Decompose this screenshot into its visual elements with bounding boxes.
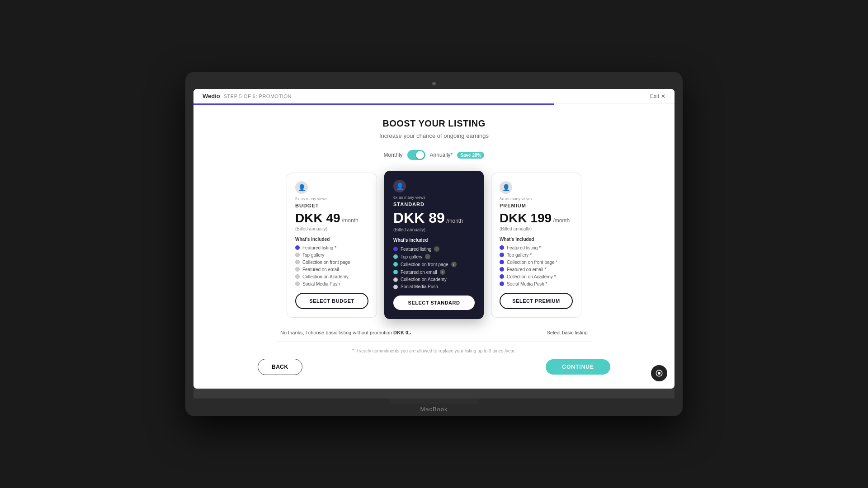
dot-icon <box>500 245 504 250</box>
select-basic-link[interactable]: Select basic listing <box>547 330 588 335</box>
budget-views-label: 5x as many views <box>295 197 368 201</box>
laptop-frame: Wedio STEP 5 OF 6: PROMOTION Exit ✕ BOOS… <box>185 72 683 416</box>
budget-billed: (Billed annually) <box>295 226 368 231</box>
premium-price-unit: /month <box>552 217 570 224</box>
laptop-base <box>193 389 675 399</box>
laptop-stand <box>389 399 479 404</box>
no-thanks-text: No thanks, I choose basic listing withou… <box>280 330 411 335</box>
list-item: Top gallery <box>295 253 368 258</box>
standard-plan-name: STANDARD <box>393 202 475 207</box>
dot-icon <box>295 274 300 279</box>
standard-views-label: 6x as many views <box>393 195 475 200</box>
dot-icon <box>393 247 398 251</box>
dot-icon <box>500 267 504 272</box>
dot-icon <box>295 260 300 264</box>
select-standard-button[interactable]: SELECT STANDARD <box>393 296 475 310</box>
list-item: Collection on front page * <box>500 260 573 265</box>
top-bar-right: Exit ✕ <box>650 93 665 99</box>
dot-icon <box>393 285 398 289</box>
no-thanks-price: DKK 0,- <box>393 330 411 335</box>
plans-container: 👤 5x as many views BUDGET DKK 49 /month … <box>287 171 581 319</box>
list-item: Featured listing i <box>393 246 475 252</box>
list-item: Top gallery * <box>500 253 573 258</box>
svg-point-2 <box>658 372 660 375</box>
save-badge: Save 20% <box>457 152 484 159</box>
footnote: * If yearly commitments you are allowed … <box>352 348 515 353</box>
dot-icon <box>393 270 398 274</box>
dot-icon <box>393 277 398 282</box>
billing-toggle: Monthly Annually* Save 20% <box>384 150 485 160</box>
dot-icon <box>295 282 300 286</box>
info-icon[interactable]: i <box>440 269 445 275</box>
macbook-label: MacBook <box>193 404 675 416</box>
budget-price: DKK 49 /month <box>295 211 368 225</box>
list-item: Collection on front page <box>295 260 368 265</box>
list-item: Top gallery i <box>393 254 475 259</box>
dot-icon <box>500 282 504 286</box>
brand-name: Wedio <box>203 93 220 99</box>
standard-price-unit: /month <box>445 218 463 224</box>
main-content: BOOST YOUR LISTING Increase your chance … <box>193 105 675 389</box>
chat-bubble[interactable] <box>651 365 667 381</box>
footer-buttons: BACK CONTINUE <box>258 359 610 380</box>
camera <box>432 82 436 85</box>
annually-label: Annually* <box>430 152 453 158</box>
budget-plan-name: BUDGET <box>295 203 368 208</box>
step-indicator: STEP 5 OF 6: PROMOTION <box>224 94 292 99</box>
budget-whats-included: What's included <box>295 237 368 242</box>
list-item: Featured on email * <box>500 267 573 272</box>
continue-button[interactable]: CONTINUE <box>546 359 610 375</box>
budget-avatar: 👤 <box>295 181 308 194</box>
dot-icon <box>295 267 300 272</box>
list-item: Social Media Push <box>295 282 368 286</box>
premium-feature-list: Featured listing * Top gallery * Collect… <box>500 245 573 286</box>
billing-toggle-switch[interactable] <box>407 150 425 160</box>
list-item: Collection on Academy <box>295 274 368 279</box>
laptop-screen: Wedio STEP 5 OF 6: PROMOTION Exit ✕ BOOS… <box>193 89 675 389</box>
list-item: Collection on Academy * <box>500 274 573 279</box>
toggle-knob <box>416 151 424 159</box>
dot-icon <box>393 254 398 259</box>
dot-icon <box>500 260 504 264</box>
list-item: Social Media Push <box>393 284 475 289</box>
list-item: Featured on email i <box>393 269 475 275</box>
info-icon[interactable]: i <box>434 246 439 252</box>
monthly-label: Monthly <box>384 152 403 158</box>
premium-plan-name: PREMIUM <box>500 203 573 208</box>
list-item: Collection on front page i <box>393 262 475 267</box>
top-bar: Wedio STEP 5 OF 6: PROMOTION Exit ✕ <box>193 89 675 103</box>
select-premium-button[interactable]: SELECT PREMIUM <box>500 293 573 309</box>
dot-icon <box>500 274 504 279</box>
chat-icon <box>655 369 663 377</box>
browser-window: Wedio STEP 5 OF 6: PROMOTION Exit ✕ BOOS… <box>193 89 675 389</box>
standard-feature-list: Featured listing i Top gallery i Collect… <box>393 246 475 289</box>
standard-price: DKK 89 /month <box>393 210 475 226</box>
info-icon[interactable]: i <box>451 262 457 267</box>
dot-icon <box>295 253 300 257</box>
premium-billed: (Billed annually) <box>500 226 573 231</box>
top-bar-left: Wedio STEP 5 OF 6: PROMOTION <box>203 93 292 99</box>
premium-avatar: 👤 <box>500 181 512 194</box>
standard-billed: (Billed annually) <box>393 227 475 232</box>
standard-whats-included: What's included <box>393 238 475 243</box>
exit-button[interactable]: Exit ✕ <box>650 93 665 99</box>
list-item: Featured listing * <box>500 245 573 250</box>
select-budget-button[interactable]: SELECT BUDGET <box>295 293 368 309</box>
premium-price: DKK 199 /month <box>500 211 573 225</box>
no-thanks-row: No thanks, I choose basic listing withou… <box>280 330 588 335</box>
budget-price-unit: /month <box>340 217 359 224</box>
info-icon[interactable]: i <box>425 254 430 259</box>
divider <box>276 342 592 342</box>
plan-budget: 👤 5x as many views BUDGET DKK 49 /month … <box>287 173 377 318</box>
page-title: BOOST YOUR LISTING <box>382 118 486 129</box>
premium-whats-included: What's included <box>500 237 573 242</box>
page-subtitle: Increase your chance of ongoing earnings <box>379 132 489 139</box>
budget-feature-list: Featured listing * Top gallery Collectio… <box>295 245 368 286</box>
list-item: Featured on email <box>295 267 368 272</box>
close-icon: ✕ <box>661 93 665 99</box>
standard-avatar: 👤 <box>393 180 406 192</box>
dot-icon <box>393 262 398 267</box>
plan-premium: 👤 8x as many views PREMIUM DKK 199 /mont… <box>491 173 581 318</box>
back-button[interactable]: BACK <box>258 359 302 375</box>
list-item: Featured listing * <box>295 245 368 250</box>
